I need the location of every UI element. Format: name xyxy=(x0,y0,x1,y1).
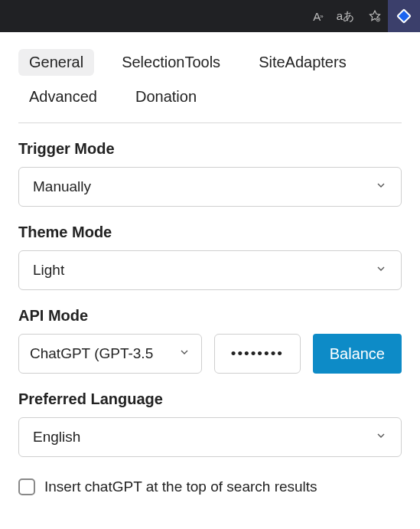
tab-advanced[interactable]: Advanced xyxy=(18,83,108,110)
chevron-down-icon xyxy=(375,178,387,195)
translate-icon[interactable]: aあ xyxy=(337,9,354,24)
insert-top-row: Insert chatGPT at the top of search resu… xyxy=(18,478,402,495)
balance-button[interactable]: Balance xyxy=(313,334,402,374)
api-mode-select[interactable]: ChatGPT (GPT-3.5 xyxy=(18,334,202,374)
trigger-mode-label: Trigger Mode xyxy=(18,140,402,158)
extension-icon xyxy=(396,8,412,24)
tab-selection-tools[interactable]: SelectionTools xyxy=(111,49,231,76)
chevron-down-icon xyxy=(375,429,387,446)
trigger-mode-select[interactable]: Manually xyxy=(18,167,402,207)
chevron-down-icon xyxy=(375,262,387,279)
insert-top-checkbox[interactable] xyxy=(18,478,35,495)
browser-topbar: A» aあ xyxy=(0,0,420,32)
preferred-language-section: Preferred Language English xyxy=(18,390,402,457)
theme-mode-select[interactable]: Light xyxy=(18,250,402,290)
theme-mode-label: Theme Mode xyxy=(18,224,402,241)
api-mode-label: API Mode xyxy=(18,307,402,325)
tabs: General SelectionTools SiteAdapters Adva… xyxy=(18,49,402,123)
tab-site-adapters[interactable]: SiteAdapters xyxy=(248,49,357,76)
tab-donation[interactable]: Donation xyxy=(125,83,207,110)
settings-panel: General SelectionTools SiteAdapters Adva… xyxy=(0,32,420,495)
tab-general[interactable]: General xyxy=(18,49,94,76)
extension-button[interactable] xyxy=(388,0,420,32)
chevron-down-icon xyxy=(178,345,190,362)
api-mode-section: API Mode ChatGPT (GPT-3.5 Balance xyxy=(18,307,402,374)
theme-mode-section: Theme Mode Light xyxy=(18,224,402,290)
trigger-mode-section: Trigger Mode Manually xyxy=(18,140,402,207)
api-key-input[interactable] xyxy=(214,334,301,374)
trigger-mode-value: Manually xyxy=(33,178,91,195)
api-mode-value: ChatGPT (GPT-3.5 xyxy=(30,345,153,362)
theme-mode-value: Light xyxy=(33,262,64,279)
favorites-icon[interactable] xyxy=(368,9,382,23)
preferred-language-select[interactable]: English xyxy=(18,417,402,457)
read-aloud-icon[interactable]: A» xyxy=(313,10,322,23)
topbar-icons: A» aあ xyxy=(313,9,382,24)
preferred-language-label: Preferred Language xyxy=(18,390,402,408)
insert-top-label: Insert chatGPT at the top of search resu… xyxy=(44,478,317,495)
preferred-language-value: English xyxy=(33,429,80,446)
